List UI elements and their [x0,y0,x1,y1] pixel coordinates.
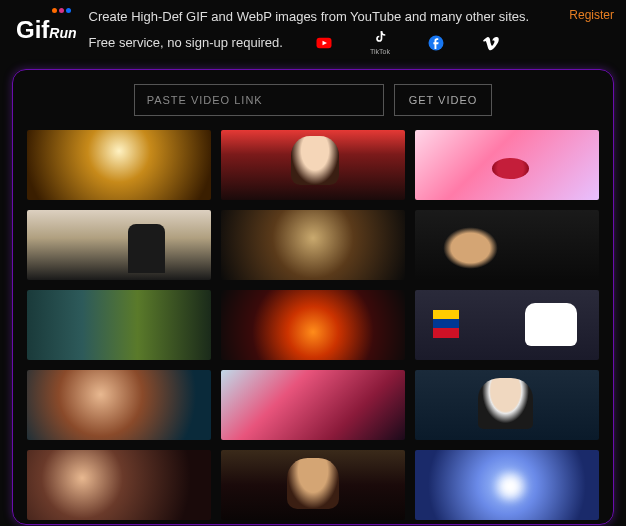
thumbnail[interactable] [415,370,599,440]
thumbnail[interactable] [221,290,405,360]
thumbnail[interactable] [221,370,405,440]
tagline-line2: Free service, no sign-up required. [89,34,283,52]
youtube-icon[interactable] [309,34,339,52]
logo-gif: Gif [16,16,49,43]
logo-run: Run [49,25,76,41]
vimeo-icon[interactable] [477,34,507,52]
facebook-icon[interactable] [421,34,451,52]
tiktok-icon[interactable]: TikTok [365,29,395,57]
main-panel: GET VIDEO [12,69,614,525]
register-link[interactable]: Register [569,8,614,22]
logo[interactable]: GifRun [16,8,77,44]
thumbnail[interactable] [27,370,211,440]
thumbnail[interactable] [415,290,599,360]
tagline-line1: Create High-Def GIF and WebP images from… [89,8,558,26]
header-text: Create High-Def GIF and WebP images from… [89,8,558,57]
tiktok-label: TikTok [370,47,390,57]
thumbnail[interactable] [221,130,405,200]
thumbnail[interactable] [415,450,599,520]
thumbnail[interactable] [27,290,211,360]
thumbnail[interactable] [27,130,211,200]
thumbnail[interactable] [221,210,405,280]
header: GifRun Create High-Def GIF and WebP imag… [0,0,626,65]
thumbnail[interactable] [415,130,599,200]
thumbnail[interactable] [27,450,211,520]
thumbnail[interactable] [27,210,211,280]
input-row: GET VIDEO [27,84,599,116]
thumbnail-grid [27,130,599,520]
get-video-button[interactable]: GET VIDEO [394,84,493,116]
logo-text: GifRun [16,16,77,44]
video-link-input[interactable] [134,84,384,116]
logo-dots [52,8,71,13]
thumbnail[interactable] [221,450,405,520]
thumbnail[interactable] [415,210,599,280]
